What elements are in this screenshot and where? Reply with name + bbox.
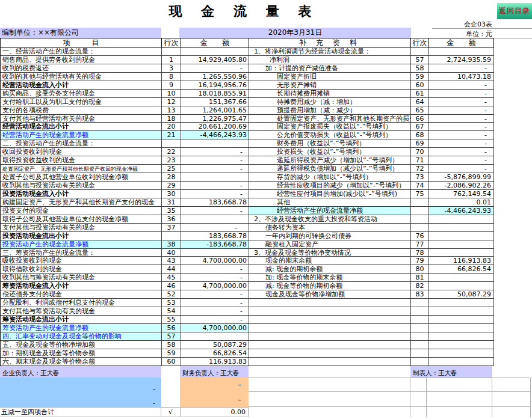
supp-line-no-cell[interactable] xyxy=(411,358,429,366)
line-no-cell[interactable]: 22 xyxy=(162,148,181,156)
supp-line-no-cell[interactable] xyxy=(411,324,429,332)
supp-line-no-cell[interactable]: 71 xyxy=(411,156,429,165)
amount-cell[interactable]: 1,264,001.65 xyxy=(181,106,249,115)
line-no-cell[interactable]: 60 xyxy=(162,358,181,366)
supp-amount-cell[interactable]: - xyxy=(429,115,494,123)
supp-amount-cell[interactable]: - xyxy=(429,148,494,156)
supp-line-no-cell[interactable]: 76 xyxy=(411,232,429,240)
item-cell[interactable]: 支付的各项税费 xyxy=(1,106,162,115)
item-cell[interactable]: 取得子公司及其他营业单位支付的现金净额 xyxy=(1,215,162,224)
amount-cell[interactable]: - xyxy=(181,299,249,307)
supp-item-cell[interactable]: 净利润 xyxy=(249,56,411,64)
amount-cell[interactable] xyxy=(181,215,249,224)
supp-amount-cell[interactable]: - xyxy=(429,98,494,106)
item-cell[interactable]: 收到其他与投资活动有关的现金 xyxy=(1,182,162,190)
supp-amount-cell[interactable] xyxy=(429,249,494,257)
empty-cell[interactable] xyxy=(410,378,427,391)
check-area-orange-block[interactable]: – – xyxy=(180,378,249,407)
amount-cell[interactable]: – xyxy=(181,224,249,232)
check-mark-cell[interactable]: √ xyxy=(161,408,181,417)
amount-cell[interactable]: - xyxy=(181,156,249,165)
supp-item-cell[interactable]: 现金的期末余额 xyxy=(249,257,411,265)
line-no-cell[interactable]: 9 xyxy=(162,81,181,90)
item-cell[interactable]: 购建固定资产、无形资产和其他长期资产支付的现金 xyxy=(1,198,162,207)
line-no-cell[interactable]: 55 xyxy=(162,316,181,324)
amount-cell[interactable]: -4,466,243.93 xyxy=(181,131,249,139)
amount-cell[interactable]: 20,661,200.69 xyxy=(181,123,249,131)
supp-line-no-cell[interactable]: 72 xyxy=(411,165,429,173)
supp-item-cell[interactable]: 投资损失（收益以“-”号填列） xyxy=(249,148,411,156)
supp-line-no-cell[interactable]: 66 xyxy=(411,115,429,123)
supp-line-no-cell[interactable]: 75 xyxy=(411,190,429,198)
amount-cell[interactable] xyxy=(181,139,249,148)
company-signer-cell[interactable]: 企业负责人：王大春 xyxy=(0,366,161,378)
line-no-cell[interactable]: 53 xyxy=(162,299,181,307)
line-no-cell[interactable]: 23 xyxy=(162,156,181,165)
item-cell[interactable]: 处置固定资产、无形资产和其他长期资产收回的现金净额 xyxy=(1,165,162,173)
supp-line-no-cell[interactable] xyxy=(411,224,429,232)
supp-line-no-cell[interactable]: 59 xyxy=(411,73,429,81)
supp-item-cell[interactable] xyxy=(249,349,411,358)
supp-item-cell[interactable]: 经营性应付项目的增加(减少以“-”号填列) xyxy=(249,190,411,198)
amount-cell[interactable]: -183,668.78 xyxy=(181,240,249,249)
supp-line-no-cell[interactable]: 69 xyxy=(411,139,429,148)
supp-line-no-cell[interactable]: 65 xyxy=(411,106,429,115)
supp-line-no-cell[interactable] xyxy=(411,47,429,56)
supp-amount-cell[interactable]: - xyxy=(429,106,494,115)
line-no-cell[interactable]: 21 xyxy=(162,131,181,139)
empty-cell[interactable] xyxy=(249,378,410,391)
supp-item-cell[interactable]: 一年内到期的可转换公司债券 xyxy=(249,232,411,240)
line-no-cell[interactable]: 40 xyxy=(162,249,181,257)
supp-item-cell[interactable]: 加: 现金等价物的期末余额 xyxy=(249,274,411,282)
supp-amount-cell[interactable] xyxy=(429,307,494,316)
supp-amount-cell[interactable]: 66,826.54 xyxy=(429,265,494,274)
amount-cell[interactable]: 116,913.83 xyxy=(181,358,249,366)
supp-item-cell[interactable] xyxy=(249,324,411,332)
supp-amount-cell[interactable]: -5,876,899.99 xyxy=(429,173,494,182)
supp-line-no-cell[interactable] xyxy=(411,207,429,215)
supp-line-no-cell[interactable] xyxy=(411,332,429,341)
back-to-catalog-button[interactable]: 返回目录 xyxy=(497,3,532,19)
empty-cell[interactable] xyxy=(427,392,492,406)
supp-item-cell[interactable]: 债务转为资本 xyxy=(249,224,411,232)
amount-cell[interactable]: - xyxy=(181,274,249,282)
amount-cell[interactable]: 66,826.54 xyxy=(181,349,249,358)
supp-amount-cell[interactable] xyxy=(429,240,494,249)
item-cell[interactable]: 偿还债务支付的现金 xyxy=(1,290,162,299)
amount-cell[interactable]: 4,700,000.00 xyxy=(181,282,249,290)
item-cell[interactable]: 取得借款收到的现金 xyxy=(1,265,162,274)
supp-item-cell[interactable] xyxy=(249,316,411,324)
supp-amount-cell[interactable]: 0.01 xyxy=(429,198,494,207)
amount-cell[interactable]: 14,929,405.80 xyxy=(181,56,249,64)
preparer-cell[interactable]: 制表人：王大春 xyxy=(410,366,492,378)
supp-item-cell[interactable]: 融资租入固定资产 xyxy=(249,240,411,249)
supp-item-cell[interactable]: 1、将净利润调节为经营活动现金流量： xyxy=(249,47,411,56)
supp-amount-cell[interactable] xyxy=(429,47,494,56)
supp-item-cell[interactable] xyxy=(249,358,411,366)
item-cell[interactable]: 筹资活动产生的现金流量净额 xyxy=(1,324,162,332)
supp-amount-cell[interactable]: - xyxy=(429,123,494,131)
line-no-cell[interactable]: 43 xyxy=(162,257,181,265)
supp-amount-cell[interactable] xyxy=(429,332,494,341)
empty-cell[interactable] xyxy=(492,392,531,406)
empty-cell[interactable] xyxy=(427,407,492,417)
item-cell[interactable]: 支付其他与筹资活动有关的现金 xyxy=(1,307,162,316)
line-no-cell[interactable]: 8 xyxy=(162,73,181,81)
supp-line-no-cell[interactable] xyxy=(411,316,429,324)
line-no-cell[interactable]: 20 xyxy=(162,123,181,131)
supp-line-no-cell[interactable] xyxy=(411,349,429,358)
supp-line-no-cell[interactable] xyxy=(411,341,429,349)
item-cell[interactable]: 取得投资收益收到的现金 xyxy=(1,156,162,165)
amount-cell[interactable]: 151,367.66 xyxy=(181,98,249,106)
supp-item-cell[interactable]: 存货的减少（增加以“-”号填列） xyxy=(249,173,411,182)
supp-item-cell[interactable]: 现金及现金等价物净增加额 xyxy=(249,290,411,299)
item-cell[interactable]: 二、投资活动产生的现金流量： xyxy=(1,139,162,148)
supp-amount-cell[interactable] xyxy=(429,341,494,349)
item-cell[interactable]: 收到的税费返还 xyxy=(1,64,162,73)
empty-cell[interactable] xyxy=(249,407,410,417)
amount-cell[interactable]: - xyxy=(181,307,249,316)
supp-item-cell[interactable]: 公允价值变动损失（收益以“-”号填列） xyxy=(249,131,411,139)
item-cell[interactable]: 经营活动产生的现金流量净额 xyxy=(1,131,162,139)
supp-line-no-cell[interactable] xyxy=(411,215,429,224)
empty-cell[interactable] xyxy=(249,392,410,406)
